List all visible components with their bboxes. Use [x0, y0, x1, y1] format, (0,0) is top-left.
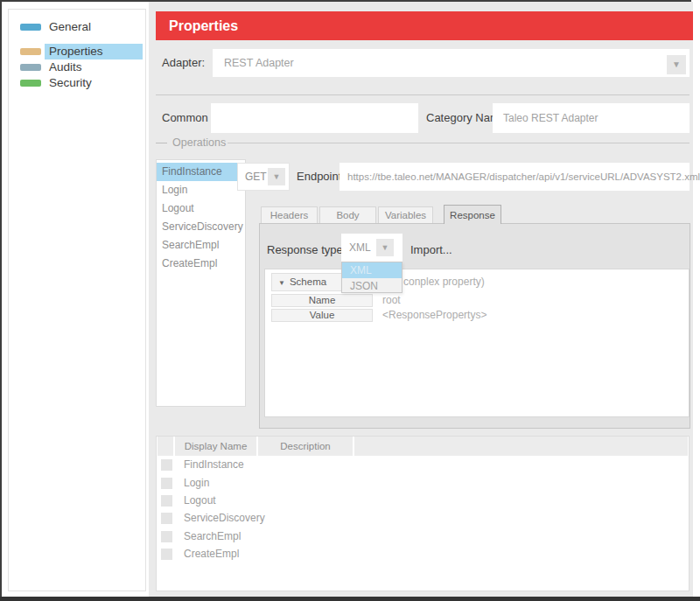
adapter-properties-window: General Properties Audits Security Prope… — [0, 0, 700, 601]
sidebar-item-label: General — [45, 19, 143, 35]
row-checkbox[interactable] — [161, 549, 172, 560]
row-checkbox[interactable] — [161, 513, 172, 524]
sidebar-item-label: Properties — [45, 44, 143, 59]
table-row[interactable]: Login — [161, 474, 209, 492]
adapter-value: REST Adapter — [224, 49, 294, 77]
audits-swatch-icon — [20, 64, 41, 71]
category-name-input[interactable]: Taleo REST Adapter — [493, 103, 690, 133]
table-row[interactable]: FindInstance — [161, 456, 244, 473]
schema-header-note: conplex property) — [403, 273, 485, 291]
window-left-border — [0, 0, 2, 597]
operation-item-findinstance[interactable]: FindInstance — [157, 163, 245, 181]
schema-header-label: Schema — [290, 276, 326, 287]
operation-item-createempl[interactable]: CreateEmpl — [157, 255, 245, 273]
operation-item-searchempl[interactable]: SearchEmpl — [157, 236, 245, 255]
sidebar-item-label: Security — [45, 75, 143, 91]
window-bottom-border — [0, 597, 700, 601]
endpoint-input[interactable]: https://tbe.taleo.net/MANAGER/dispatcher… — [340, 163, 690, 191]
page-title: Properties — [156, 11, 693, 40]
operations-list: FindInstance Login Logout ServiceDiscove… — [156, 159, 246, 407]
row-display-name: CreateEmpl — [184, 548, 239, 560]
row-checkbox[interactable] — [161, 478, 172, 489]
row-checkbox[interactable] — [161, 531, 172, 542]
row-display-name: Logout — [184, 494, 216, 507]
table-row[interactable]: CreateEmpl — [161, 545, 239, 563]
adapter-dropdown[interactable]: REST Adapter ▼ — [213, 49, 690, 77]
tab-headers[interactable]: Headers — [261, 206, 318, 223]
operation-item-servicediscovery[interactable]: ServiceDiscovery — [157, 218, 245, 236]
schema-value-value[interactable]: <ResponsePropertys> — [382, 309, 486, 322]
tab-response[interactable]: Response — [444, 205, 501, 224]
divider — [156, 94, 690, 95]
response-type-value: XML — [349, 234, 371, 262]
operation-item-logout[interactable]: Logout — [157, 199, 245, 218]
menu-option-xml[interactable]: XML — [342, 262, 402, 278]
response-type-label: Response type — [267, 236, 343, 264]
sidebar-item-properties[interactable]: Properties — [9, 44, 147, 59]
row-display-name: ServiceDiscovery — [184, 512, 265, 524]
table-header-spacer — [354, 437, 688, 456]
section-header: Properties — [156, 11, 693, 40]
schema-value-cell: Value — [271, 309, 373, 322]
security-swatch-icon — [20, 80, 41, 87]
method-value: GET — [245, 164, 267, 190]
row-checkbox[interactable] — [161, 459, 172, 471]
sidebar-item-audits[interactable]: Audits — [9, 59, 147, 75]
table-row[interactable]: ServiceDiscovery — [161, 509, 265, 527]
endpoint-label: Endpoint: — [297, 163, 345, 191]
tab-body[interactable]: Body — [319, 206, 376, 223]
sidebar-item-general[interactable]: General — [9, 19, 147, 35]
endpoint-value: https://tbe.taleo.net/MANAGER/dispatcher… — [347, 163, 700, 191]
general-swatch-icon — [20, 24, 41, 31]
tab-variables[interactable]: Variables — [378, 206, 433, 223]
row-checkbox[interactable] — [161, 495, 172, 507]
table-header-description: Description — [258, 437, 353, 456]
sidebar: General Properties Audits Security — [8, 9, 146, 591]
chevron-down-icon[interactable]: ▼ — [376, 239, 394, 256]
response-type-dropdown[interactable]: XML ▼ — [341, 234, 402, 262]
legend-line — [228, 143, 690, 143]
properties-swatch-icon — [20, 48, 41, 55]
table-row[interactable]: Logout — [161, 492, 216, 509]
category-name-value: Taleo REST Adapter — [503, 103, 598, 133]
operation-item-login[interactable]: Login — [157, 181, 245, 199]
chevron-down-icon[interactable]: ▼ — [667, 55, 686, 74]
operations-legend: Operations — [172, 135, 226, 150]
table-row[interactable]: SearchEmpl — [161, 528, 241, 545]
adapter-label: Adapter: — [162, 49, 205, 77]
menu-option-json[interactable]: JSON — [342, 278, 402, 294]
table-header-checkbox-col — [158, 437, 173, 456]
common-url-input[interactable] — [211, 103, 418, 133]
legend-dash — [156, 143, 167, 143]
sidebar-item-label: Audits — [45, 59, 143, 75]
sidebar-item-security[interactable]: Security — [9, 75, 147, 91]
schema-name-cell: Name — [271, 294, 373, 307]
chevron-down-icon[interactable]: ▼ — [268, 168, 285, 185]
table-header-display-name: Display Name — [175, 437, 256, 456]
import-button[interactable]: Import... — [410, 236, 452, 264]
row-display-name: FindInstance — [184, 458, 244, 471]
collapse-triangle-icon: ▼ — [278, 279, 285, 287]
method-dropdown[interactable]: GET ▼ — [237, 163, 290, 191]
response-type-menu: XML JSON — [341, 262, 402, 293]
row-display-name: Login — [184, 477, 209, 489]
schema-name-value[interactable]: root — [382, 294, 401, 307]
row-display-name: SearchEmpl — [184, 530, 241, 542]
